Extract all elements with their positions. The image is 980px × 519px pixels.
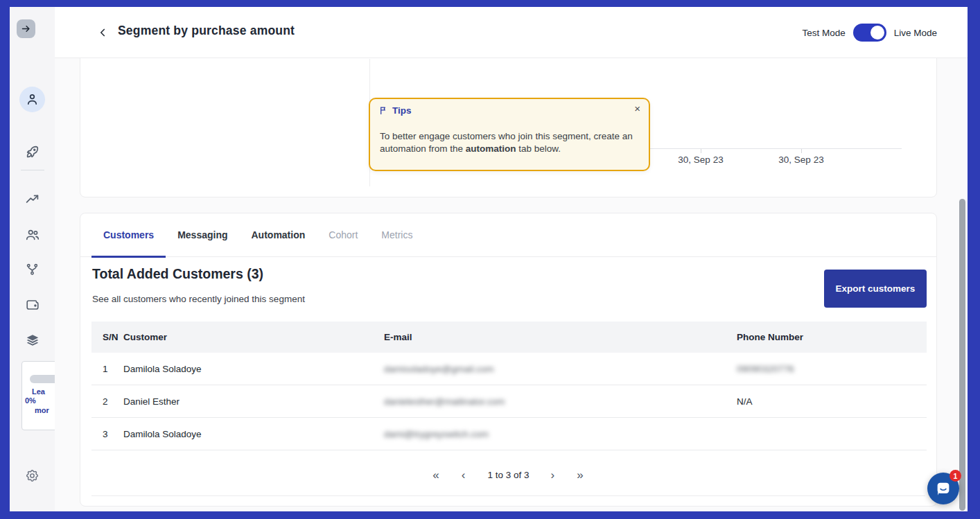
tab-automation[interactable]: Automation: [240, 213, 317, 257]
live-mode-label: Live Mode: [894, 28, 937, 38]
axis-tick-label: 30, Sep 23: [760, 155, 843, 165]
cell-email: dami@trygreyswitch.com: [384, 418, 489, 450]
table-row[interactable]: 2 Daniel Esther danielesther@mailinator.…: [91, 385, 927, 418]
export-customers-button[interactable]: Export customers: [824, 270, 927, 308]
first-page-button[interactable]: «: [432, 469, 439, 481]
chat-launcher-button[interactable]: 1: [927, 473, 959, 504]
prev-page-button[interactable]: ‹: [462, 469, 466, 481]
axis-tick-label: 30, Sep 23: [659, 155, 742, 165]
section-title: Total Added Customers (3): [92, 266, 263, 282]
last-page-button[interactable]: »: [577, 469, 584, 481]
close-icon[interactable]: ×: [634, 103, 640, 114]
chat-bubble-icon: [934, 480, 952, 498]
widget-text-line: 0%: [25, 396, 36, 405]
progress-widget[interactable]: Lea 0% mor: [21, 361, 55, 430]
arrow-right-icon: [21, 24, 31, 34]
toggle-knob: [870, 26, 884, 39]
tips-body-bold: automation: [466, 143, 516, 154]
table-header-row: S/N Customer E-mail Phone Number: [91, 322, 927, 353]
tab-bar: Customers Messaging Automation Cohort Me…: [80, 213, 936, 257]
window-frame: Lea 0% mor Segment by purchase amount Te…: [0, 0, 980, 519]
next-page-button[interactable]: ›: [551, 469, 556, 481]
customers-card: Customers Messaging Automation Cohort Me…: [80, 213, 937, 507]
pagination: « ‹ 1 to 3 of 3 › »: [80, 463, 936, 486]
profile-icon: [19, 87, 45, 112]
wallet-icon: [25, 297, 40, 313]
table-row[interactable]: 1 Damilola Soladoye damisoladoye@gmail.c…: [91, 353, 927, 385]
cell-customer: Damilola Soladoye: [123, 353, 202, 385]
col-header-sn: S/N: [103, 322, 119, 353]
cell-email: danielesther@mailinator.com: [384, 385, 505, 417]
sidebar-item-profile[interactable]: [10, 87, 55, 112]
customers-icon: [25, 227, 40, 243]
tips-body: To better engage customers who join this…: [380, 130, 645, 155]
sidebar: Lea 0% mor: [10, 7, 55, 511]
sidebar-expand-button[interactable]: [17, 19, 35, 38]
sidebar-item-launch[interactable]: [10, 144, 55, 159]
col-header-customer: Customer: [123, 322, 167, 353]
rocket-icon: [25, 144, 40, 159]
cell-email: damisoladoye@gmail.com: [384, 353, 494, 385]
col-header-email: E-mail: [384, 322, 412, 353]
widget-text-line: Lea: [32, 387, 45, 396]
cell-sn: 1: [103, 353, 108, 385]
vertical-scrollbar[interactable]: [959, 199, 965, 511]
tips-title: Tips: [379, 105, 412, 116]
tab-cohort[interactable]: Cohort: [317, 213, 369, 257]
tips-body-text: tab below.: [516, 143, 561, 154]
tips-callout: Tips × To better engage customers who jo…: [369, 98, 650, 171]
mode-toggle[interactable]: [853, 24, 886, 42]
divider: [91, 495, 925, 496]
test-mode-label: Test Mode: [802, 28, 845, 38]
cell-sn: 2: [103, 385, 108, 417]
main-content: 30, Sep 23 30, Sep 23 Tips × To better e…: [55, 58, 968, 511]
back-button[interactable]: [94, 24, 112, 42]
section-subtitle: See all customers who recently joined th…: [92, 294, 305, 304]
cell-customer: Daniel Esther: [123, 385, 180, 417]
sidebar-item-automation[interactable]: [10, 262, 55, 276]
cell-phone: N/A: [737, 385, 753, 417]
widget-text-line: mor: [35, 406, 49, 414]
cell-customer: Damilola Soladoye: [123, 418, 202, 450]
table-row[interactable]: 3 Damilola Soladoye dami@trygreyswitch.c…: [91, 418, 927, 450]
sidebar-divider: [21, 170, 44, 170]
axis-tick: [701, 149, 701, 153]
mode-switcher: Test Mode Live Mode: [802, 7, 937, 58]
flag-icon: [379, 105, 388, 116]
app-window: Lea 0% mor Segment by purchase amount Te…: [10, 7, 968, 511]
page-header: Segment by purchase amount Test Mode Liv…: [55, 7, 968, 58]
tips-title-text: Tips: [392, 105, 412, 116]
col-header-phone: Phone Number: [737, 322, 803, 353]
trend-icon: [25, 192, 40, 206]
sidebar-item-wallet[interactable]: [10, 297, 55, 313]
settings-icon: [25, 468, 40, 483]
layers-icon: [25, 333, 40, 348]
cell-phone: 09090320776: [737, 353, 794, 385]
sidebar-item-segments[interactable]: [10, 333, 55, 348]
customers-table: S/N Customer E-mail Phone Number 1 Damil…: [91, 322, 927, 450]
cell-sn: 3: [103, 418, 108, 450]
chevron-left-icon: [96, 26, 109, 39]
sidebar-item-customers[interactable]: [10, 227, 55, 243]
axis-tick: [801, 149, 802, 153]
page-title: Segment by purchase amount: [118, 24, 295, 38]
tab-customers[interactable]: Customers: [91, 213, 166, 257]
progress-bar: [30, 375, 55, 383]
sidebar-item-settings[interactable]: [10, 468, 55, 483]
tab-metrics[interactable]: Metrics: [369, 213, 424, 257]
notification-badge: 1: [950, 470, 961, 482]
pagination-label: 1 to 3 of 3: [487, 470, 529, 480]
tab-messaging[interactable]: Messaging: [166, 213, 239, 257]
branch-icon: [25, 262, 40, 276]
sidebar-item-analytics[interactable]: [10, 192, 55, 206]
